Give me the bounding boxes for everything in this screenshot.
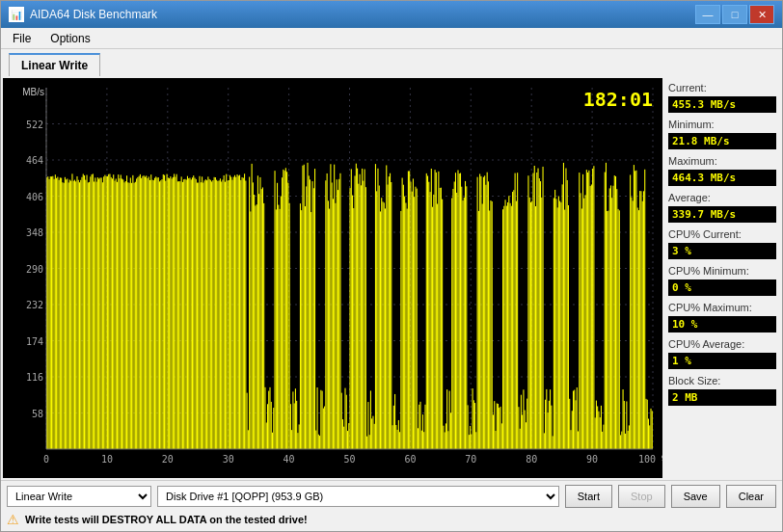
current-label: Current: <box>668 82 776 93</box>
linear-write-tab[interactable]: Linear Write <box>9 53 100 76</box>
bottom-area: Linear Write Disk Drive #1 [QOPP] (953.9… <box>1 480 782 531</box>
chart-area: 182:01 <box>3 78 662 478</box>
average-value: 339.7 MB/s <box>668 206 776 223</box>
file-menu[interactable]: File <box>5 30 39 47</box>
warning-icon: ⚠ <box>7 512 19 527</box>
controls-row: Linear Write Disk Drive #1 [QOPP] (953.9… <box>7 485 776 508</box>
options-menu[interactable]: Options <box>42 30 97 47</box>
app-icon: 📊 <box>9 7 24 22</box>
cpu-current-label: CPU% Current: <box>668 228 776 240</box>
stats-panel: Current: 455.3 MB/s Minimum: 21.8 MB/s M… <box>664 78 780 478</box>
cpu-current-value: 3 % <box>668 243 776 259</box>
drive-dropdown[interactable]: Disk Drive #1 [QOPP] (953.9 GB) <box>157 486 559 507</box>
block-size-label: Block Size: <box>668 375 776 386</box>
warning-text: Write tests will DESTROY ALL DATA on the… <box>25 514 308 525</box>
save-button[interactable]: Save <box>671 485 720 508</box>
tab-bar: Linear Write <box>1 49 782 76</box>
stop-button[interactable]: Stop <box>618 485 665 508</box>
start-button[interactable]: Start <box>565 485 612 508</box>
cpu-minimum-value: 0 % <box>668 279 776 296</box>
cpu-maximum-label: CPU% Maximum: <box>668 302 776 313</box>
title-bar-left: 📊 AIDA64 Disk Benchmark <box>9 7 157 22</box>
close-button[interactable]: ✕ <box>749 5 774 24</box>
average-label: Average: <box>668 192 776 203</box>
cpu-average-label: CPU% Average: <box>668 338 776 350</box>
minimize-button[interactable]: — <box>695 5 720 24</box>
clear-button[interactable]: Clear <box>726 485 776 508</box>
menu-bar: File Options <box>1 28 782 49</box>
minimum-value: 21.8 MB/s <box>668 133 776 149</box>
maximum-label: Maximum: <box>668 155 776 167</box>
test-type-dropdown[interactable]: Linear Write <box>7 486 151 507</box>
cpu-minimum-label: CPU% Minimum: <box>668 265 776 277</box>
title-bar: 📊 AIDA64 Disk Benchmark — □ ✕ <box>1 1 782 28</box>
current-value: 455.3 MB/s <box>668 96 776 113</box>
minimum-label: Minimum: <box>668 119 776 130</box>
maximize-button[interactable]: □ <box>722 5 747 24</box>
warning-row: ⚠ Write tests will DESTROY ALL DATA on t… <box>7 512 776 527</box>
benchmark-chart <box>3 78 662 478</box>
maximum-value: 464.3 MB/s <box>668 170 776 186</box>
block-size-value: 2 MB <box>668 389 776 406</box>
cpu-average-value: 1 % <box>668 353 776 369</box>
window-title: AIDA64 Disk Benchmark <box>30 8 157 21</box>
main-content: 182:01 Current: 455.3 MB/s Minimum: 21.8… <box>1 76 782 480</box>
window-controls: — □ ✕ <box>695 5 774 24</box>
main-window: 📊 AIDA64 Disk Benchmark — □ ✕ File Optio… <box>0 0 783 532</box>
cpu-maximum-value: 10 % <box>668 316 776 332</box>
